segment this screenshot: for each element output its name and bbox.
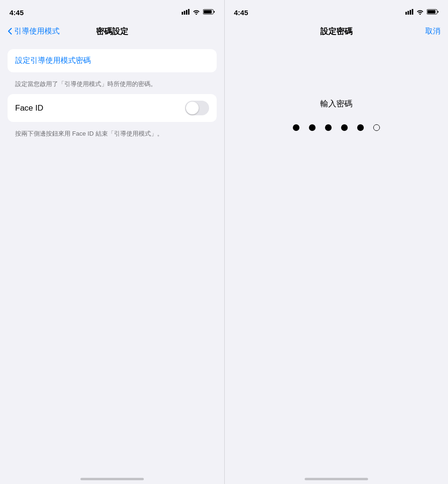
left-panel: 4:45 引導使用模式 密碼設定 設定引導使用模式密碼 設定當您啟 xyxy=(0,0,224,484)
toggle-knob xyxy=(186,102,199,114)
left-time: 4:45 xyxy=(9,9,24,17)
wifi-icon xyxy=(193,8,200,17)
svg-rect-7 xyxy=(408,11,409,15)
battery-icon xyxy=(203,8,215,17)
dot-4 xyxy=(341,124,348,131)
svg-rect-5 xyxy=(203,10,211,14)
left-status-bar: 4:45 xyxy=(0,0,224,21)
dot-6 xyxy=(373,124,380,131)
right-panel: 4:45 設定密碼 取消 輸入密碼 xyxy=(224,0,448,484)
face-id-label: Face ID xyxy=(15,104,44,113)
left-home-indicator xyxy=(0,478,224,484)
dot-3 xyxy=(325,124,332,131)
left-nav-bar: 引導使用模式 密碼設定 xyxy=(0,21,224,42)
right-wifi-icon xyxy=(416,8,424,17)
back-button[interactable]: 引導使用模式 xyxy=(8,26,60,36)
svg-rect-11 xyxy=(428,10,436,14)
svg-rect-6 xyxy=(405,12,407,15)
face-id-toggle[interactable] xyxy=(185,101,209,115)
left-status-icons xyxy=(182,8,215,17)
left-home-bar xyxy=(80,478,144,480)
right-nav-title: 設定密碼 xyxy=(320,26,352,37)
right-status-icons xyxy=(405,8,439,17)
svg-rect-8 xyxy=(410,10,411,15)
right-signal-icon xyxy=(405,8,413,17)
face-id-description: 按兩下側邊按鈕來用 Face ID 結束「引導使用模式」。 xyxy=(8,126,217,144)
password-dots xyxy=(293,124,380,131)
left-content: 設定引導使用模式密碼 設定當您啟用了「引導使用模式」時所使用的密碼。 Face … xyxy=(0,42,224,478)
face-id-row: Face ID xyxy=(8,94,217,122)
right-nav-bar: 設定密碼 取消 xyxy=(225,21,448,42)
svg-rect-9 xyxy=(412,9,413,15)
face-id-card: Face ID xyxy=(8,94,217,122)
svg-rect-1 xyxy=(184,11,185,15)
dot-1 xyxy=(293,124,299,131)
svg-rect-0 xyxy=(182,12,183,15)
password-prompt: 輸入密碼 xyxy=(320,98,352,109)
set-passcode-card: 設定引導使用模式密碼 xyxy=(8,49,217,72)
svg-rect-2 xyxy=(186,10,187,15)
left-nav-title: 密碼設定 xyxy=(96,26,128,37)
dot-5 xyxy=(357,124,364,131)
right-time: 4:45 xyxy=(234,9,248,17)
signal-icon xyxy=(182,8,190,17)
right-status-bar: 4:45 xyxy=(225,0,448,21)
back-label: 引導使用模式 xyxy=(14,26,60,36)
right-home-bar xyxy=(305,478,368,480)
set-passcode-link[interactable]: 設定引導使用模式密碼 xyxy=(15,56,91,64)
right-home-indicator xyxy=(225,478,448,484)
svg-rect-3 xyxy=(188,9,189,15)
cancel-button[interactable]: 取消 xyxy=(425,26,440,36)
set-passcode-description: 設定當您啟用了「引導使用模式」時所使用的密碼。 xyxy=(8,76,217,94)
set-passcode-item[interactable]: 設定引導使用模式密碼 xyxy=(8,49,217,72)
dot-2 xyxy=(309,124,316,131)
password-section: 輸入密碼 xyxy=(225,42,448,478)
right-battery-icon xyxy=(427,8,439,17)
